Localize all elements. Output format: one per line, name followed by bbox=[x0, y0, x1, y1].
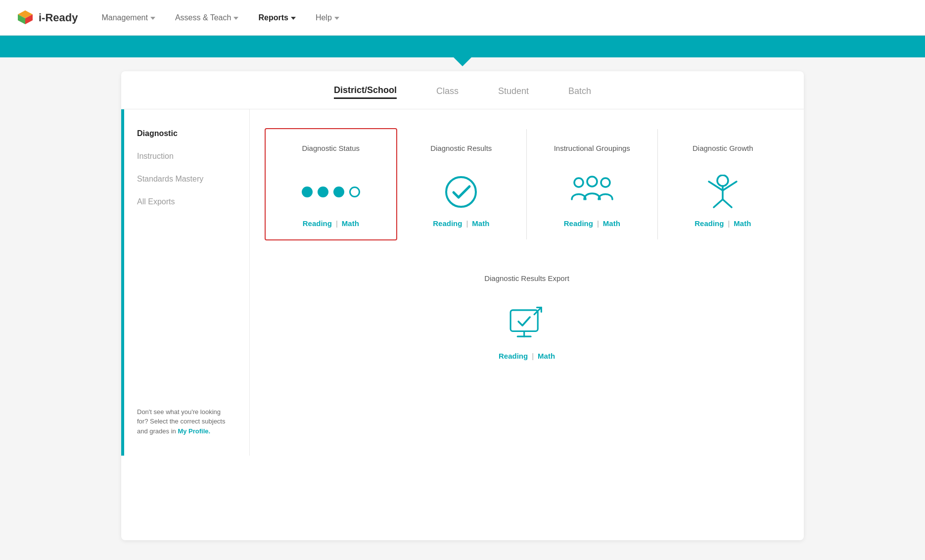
sidebar-item-instruction[interactable]: Instruction bbox=[137, 152, 233, 161]
instructional-groupings-links: Reading | Math bbox=[564, 219, 620, 228]
dot-1 bbox=[302, 187, 313, 197]
dot-3 bbox=[333, 187, 344, 197]
diagnostic-results-icon-area bbox=[444, 175, 478, 209]
instructional-groupings-icon-area bbox=[570, 175, 614, 209]
svg-point-4 bbox=[446, 177, 476, 207]
report-title-diagnostic-growth: Diagnostic Growth bbox=[693, 143, 753, 163]
nav-help[interactable]: Help bbox=[316, 13, 339, 22]
sidebar-item-standards-mastery[interactable]: Standards Mastery bbox=[137, 175, 233, 184]
instructional-groupings-reading-link[interactable]: Reading bbox=[564, 219, 593, 228]
top-navigation: i-Ready Management Assess & Teach Report… bbox=[0, 0, 925, 36]
diagnostic-results-export-reading-link[interactable]: Reading bbox=[499, 352, 528, 360]
sidebar-accent bbox=[121, 109, 124, 456]
svg-point-7 bbox=[601, 178, 610, 187]
diagnostic-results-export-math-link[interactable]: Math bbox=[538, 352, 555, 360]
chevron-down-icon bbox=[291, 17, 296, 20]
nav-management[interactable]: Management bbox=[101, 13, 155, 22]
tab-batch[interactable]: Batch bbox=[568, 86, 591, 98]
diagnostic-results-math-link[interactable]: Math bbox=[472, 219, 489, 228]
report-card-diagnostic-results-export: Diagnostic Results Export bbox=[266, 259, 788, 372]
diagnostic-growth-reading-link[interactable]: Reading bbox=[694, 219, 724, 228]
content-body: Diagnostic Instruction Standards Mastery… bbox=[121, 109, 804, 456]
report-card-instructional-groupings: Instructional Groupings bbox=[527, 129, 658, 239]
diagnostic-growth-links: Reading | Math bbox=[694, 219, 751, 228]
teal-banner bbox=[0, 36, 925, 57]
chevron-down-icon bbox=[334, 17, 339, 20]
diagnostic-growth-icon-area bbox=[703, 175, 742, 209]
report-grid: Diagnostic Status Reading | bbox=[250, 109, 804, 456]
svg-rect-14 bbox=[510, 310, 538, 331]
sidebar-bottom-text: Don't see what you're looking for? Selec… bbox=[137, 407, 233, 436]
diagnostic-results-links: Reading | Math bbox=[433, 219, 489, 228]
instructional-groupings-math-link[interactable]: Math bbox=[603, 219, 620, 228]
logo-icon bbox=[16, 8, 35, 27]
diagnostic-results-export-icon-area bbox=[507, 305, 547, 342]
report-row-2: Diagnostic Results Export bbox=[266, 259, 788, 372]
chevron-down-icon bbox=[150, 17, 155, 20]
check-circle-icon bbox=[444, 175, 478, 209]
monitor-export-icon bbox=[507, 305, 547, 342]
sidebar-item-all-exports[interactable]: All Exports bbox=[137, 197, 233, 206]
nav-reports[interactable]: Reports bbox=[258, 13, 295, 22]
svg-point-6 bbox=[587, 177, 597, 187]
diagnostic-growth-math-link[interactable]: Math bbox=[734, 219, 751, 228]
tab-district-school[interactable]: District/School bbox=[334, 85, 397, 99]
diagnostic-status-links: Reading | Math bbox=[303, 219, 359, 228]
diagnostic-status-reading-link[interactable]: Reading bbox=[303, 219, 332, 228]
report-title-instructional-groupings: Instructional Groupings bbox=[554, 143, 630, 163]
dot-2 bbox=[318, 187, 328, 197]
diagnostic-results-reading-link[interactable]: Reading bbox=[433, 219, 462, 228]
my-profile-link[interactable]: My Profile. bbox=[178, 427, 210, 435]
report-title-diagnostic-results: Diagnostic Results bbox=[430, 143, 492, 163]
logo-text: i-Ready bbox=[39, 11, 78, 24]
nav-items: Management Assess & Teach Reports Help bbox=[101, 13, 909, 22]
report-card-diagnostic-results: Diagnostic Results Reading | Math bbox=[396, 129, 527, 239]
person-raise-icon bbox=[703, 175, 742, 209]
report-card-diagnostic-growth: Diagnostic Growth bbox=[658, 129, 788, 239]
nav-assess-teach[interactable]: Assess & Teach bbox=[175, 13, 239, 22]
tab-class[interactable]: Class bbox=[436, 86, 459, 98]
report-title-diagnostic-results-export: Diagnostic Results Export bbox=[484, 273, 569, 293]
report-title-diagnostic-status: Diagnostic Status bbox=[302, 143, 360, 163]
people-icon bbox=[570, 175, 614, 209]
diagnostic-status-icon-area bbox=[302, 175, 360, 209]
dot-4-empty bbox=[349, 187, 360, 197]
sidebar-item-diagnostic[interactable]: Diagnostic bbox=[137, 129, 233, 138]
dots-icon bbox=[302, 187, 360, 197]
report-row-1: Diagnostic Status Reading | bbox=[266, 129, 788, 239]
logo[interactable]: i-Ready bbox=[16, 8, 78, 27]
left-sidebar: Diagnostic Instruction Standards Mastery… bbox=[121, 109, 250, 456]
main-container: District/School Class Student Batch Diag… bbox=[0, 57, 925, 560]
diagnostic-status-math-link[interactable]: Math bbox=[342, 219, 359, 228]
svg-point-8 bbox=[717, 175, 728, 186]
svg-line-13 bbox=[723, 199, 732, 207]
svg-line-12 bbox=[714, 199, 723, 207]
report-card-diagnostic-status: Diagnostic Status Reading | bbox=[265, 128, 397, 240]
svg-point-5 bbox=[574, 178, 583, 187]
chevron-down-icon bbox=[233, 17, 238, 20]
tab-student[interactable]: Student bbox=[498, 86, 529, 98]
content-card: District/School Class Student Batch Diag… bbox=[121, 71, 804, 540]
sub-tabs: District/School Class Student Batch bbox=[121, 71, 804, 109]
diagnostic-results-export-links: Reading | Math bbox=[499, 352, 555, 360]
